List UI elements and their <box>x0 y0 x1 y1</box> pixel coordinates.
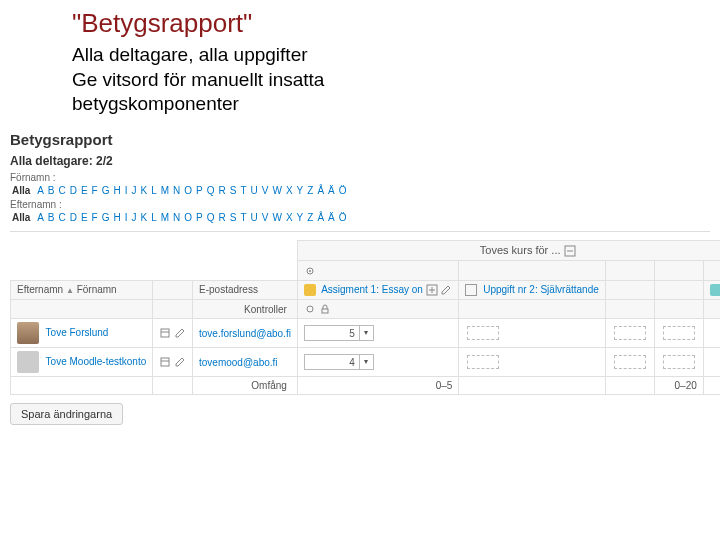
column-name[interactable]: Efternamn ▲ Förnamn <box>11 280 153 299</box>
alpha-letter-Z[interactable]: Z <box>307 212 313 223</box>
alpha-letter-Z[interactable]: Z <box>307 185 313 196</box>
user-cell[interactable]: Tove Moodle-testkonto <box>11 348 153 377</box>
alpha-letter-X[interactable]: X <box>286 185 293 196</box>
column-email[interactable]: E-postadress <box>193 280 298 299</box>
alpha-letter-W[interactable]: W <box>272 185 281 196</box>
avatar <box>17 322 39 344</box>
alpha-letter-A[interactable]: A <box>37 185 44 196</box>
alpha-letter-O[interactable]: O <box>184 212 192 223</box>
grade-dropdown[interactable]: ▾ <box>360 354 374 370</box>
grade-input[interactable]: 5 <box>304 325 360 341</box>
alpha-letter-R[interactable]: R <box>219 212 226 223</box>
range-a2: 0–20 <box>654 377 703 395</box>
alpha-letter-P[interactable]: P <box>196 212 203 223</box>
user-cell[interactable]: Tove Forslund <box>11 319 153 348</box>
alpha-letter-J[interactable]: J <box>132 212 137 223</box>
alpha-letter-D[interactable]: D <box>70 185 77 196</box>
lock-icon[interactable] <box>319 303 331 314</box>
save-button[interactable]: Spara ändringarna <box>10 403 123 425</box>
alpha-letter-J[interactable]: J <box>132 185 137 196</box>
alpha-letter-D[interactable]: D <box>70 212 77 223</box>
email-link[interactable]: tovemood@abo.fi <box>199 357 278 368</box>
alpha-letter-Å[interactable]: Å <box>317 185 324 196</box>
slide-sub-line1: Alla deltagare, alla uppgifter <box>72 43 720 68</box>
alpha-letter-M[interactable]: M <box>161 212 169 223</box>
alpha-letter-E[interactable]: E <box>81 185 88 196</box>
collapse-icon[interactable] <box>564 244 576 256</box>
alpha-letter-K[interactable]: K <box>141 185 148 196</box>
controls-label: Kontroller <box>193 299 298 318</box>
alpha-letter-G[interactable]: G <box>102 212 110 223</box>
alpha-letter-H[interactable]: H <box>114 185 121 196</box>
grades-icon[interactable] <box>159 356 171 367</box>
alpha-letter-Y[interactable]: Y <box>297 212 304 223</box>
user-name[interactable]: Tove Moodle-testkonto <box>46 356 147 367</box>
assign2-link[interactable]: Uppgift nr 2: Självrättande <box>483 284 599 295</box>
alpha-letter-L[interactable]: L <box>151 185 157 196</box>
alphabet-filter-lastname: Alla ABCDEFGHIJKLMNOPQRSTUVWXYZÅÄÖ <box>10 212 710 223</box>
alpha-letter-O[interactable]: O <box>184 185 192 196</box>
alpha-letter-I[interactable]: I <box>125 185 128 196</box>
column-assign1[interactable]: Assigment 1: Essay on <box>297 280 459 299</box>
grades-icon[interactable] <box>159 327 171 338</box>
alpha-letter-Y[interactable]: Y <box>297 185 304 196</box>
alpha-letter-W[interactable]: W <box>272 212 281 223</box>
gear-icon[interactable] <box>304 303 316 314</box>
alpha-letter-V[interactable]: V <box>262 212 269 223</box>
alpha-letter-U[interactable]: U <box>251 185 258 196</box>
assign1-link[interactable]: Assigment 1: Essay on <box>321 284 423 295</box>
email-link[interactable]: tove.forslund@abo.fi <box>199 328 291 339</box>
alpha-letter-P[interactable]: P <box>196 185 203 196</box>
alpha-letter-Q[interactable]: Q <box>207 212 215 223</box>
alpha-letter-K[interactable]: K <box>141 212 148 223</box>
alpha-letter-Ö[interactable]: Ö <box>339 212 347 223</box>
alpha-letter-T[interactable]: T <box>240 212 246 223</box>
grade-cell-1: 4▾ <box>297 348 459 377</box>
alpha-letter-M[interactable]: M <box>161 185 169 196</box>
alpha-letter-U[interactable]: U <box>251 212 258 223</box>
alpha-letter-H[interactable]: H <box>114 212 121 223</box>
alpha-letter-A[interactable]: A <box>37 212 44 223</box>
filter-all-firstname[interactable]: Alla <box>12 185 30 196</box>
column-assign2[interactable]: Uppgift nr 2: Självrättande <box>459 280 605 299</box>
alpha-letter-S[interactable]: S <box>230 212 237 223</box>
grade-cell-1: 5▾ <box>297 319 459 348</box>
edit-icon[interactable] <box>174 327 186 338</box>
alpha-letter-F[interactable]: F <box>92 212 98 223</box>
alpha-letter-S[interactable]: S <box>230 185 237 196</box>
grade-dropdown[interactable]: ▾ <box>360 325 374 341</box>
svg-rect-9 <box>161 329 169 337</box>
alpha-letter-N[interactable]: N <box>173 185 180 196</box>
grade-cell-2 <box>459 319 605 348</box>
grade-input[interactable]: 4 <box>304 354 360 370</box>
expand-icon[interactable] <box>426 284 438 295</box>
column-assign3[interactable]: Assig <box>703 280 720 299</box>
alpha-letter-C[interactable]: C <box>58 185 65 196</box>
edit-icon[interactable] <box>174 356 186 367</box>
alpha-letter-N[interactable]: N <box>173 212 180 223</box>
alpha-letter-B[interactable]: B <box>48 185 55 196</box>
alpha-letter-Q[interactable]: Q <box>207 185 215 196</box>
alpha-letter-Ä[interactable]: Ä <box>328 185 335 196</box>
alpha-letter-R[interactable]: R <box>219 185 226 196</box>
alphabet-letters-lastname: ABCDEFGHIJKLMNOPQRSTUVWXYZÅÄÖ <box>35 212 348 223</box>
alpha-letter-F[interactable]: F <box>92 185 98 196</box>
alpha-letter-Ä[interactable]: Ä <box>328 212 335 223</box>
filter-all-lastname[interactable]: Alla <box>12 212 30 223</box>
alpha-letter-Å[interactable]: Å <box>317 212 324 223</box>
alpha-letter-T[interactable]: T <box>240 185 246 196</box>
alpha-letter-V[interactable]: V <box>262 185 269 196</box>
edit-icon[interactable] <box>440 284 452 295</box>
alpha-letter-Ö[interactable]: Ö <box>339 185 347 196</box>
alpha-letter-L[interactable]: L <box>151 212 157 223</box>
alpha-letter-C[interactable]: C <box>58 212 65 223</box>
user-name[interactable]: Tove Forslund <box>46 327 109 338</box>
alpha-letter-I[interactable]: I <box>125 212 128 223</box>
alpha-letter-G[interactable]: G <box>102 185 110 196</box>
row-actions <box>153 319 193 348</box>
alpha-letter-B[interactable]: B <box>48 212 55 223</box>
alpha-letter-E[interactable]: E <box>81 212 88 223</box>
divider <box>10 231 710 232</box>
gear-icon[interactable] <box>304 264 316 275</box>
alpha-letter-X[interactable]: X <box>286 212 293 223</box>
